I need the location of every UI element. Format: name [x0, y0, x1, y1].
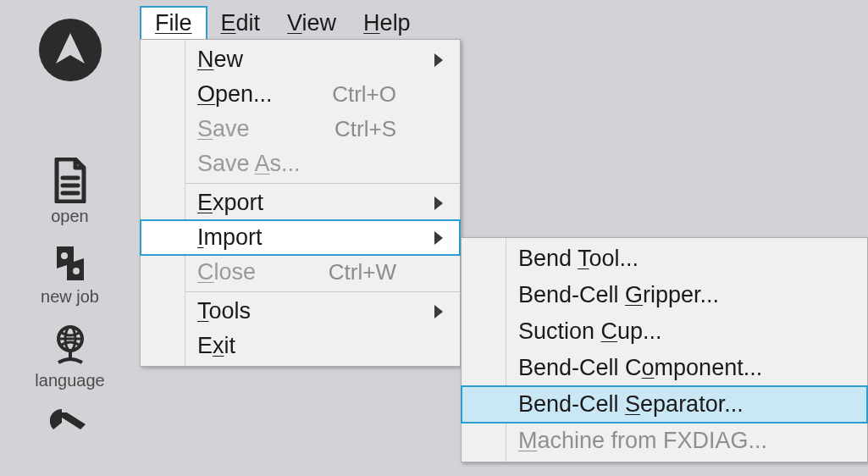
svg-marker-0	[56, 33, 85, 64]
mi-suction-cup[interactable]: Suction Cup...	[506, 313, 867, 350]
mi-import[interactable]: Import	[141, 220, 460, 255]
import-submenu: Bend Tool... Bend-Cell Gripper... Suctio…	[461, 237, 868, 462]
wrench-icon	[50, 409, 91, 431]
mi-save: SaveCtrl+S	[185, 112, 460, 147]
arrow-icon	[434, 196, 443, 210]
mi-close: CloseCtrl+W	[185, 255, 460, 290]
sidebar-label-newjob: new job	[41, 287, 99, 307]
svg-point-4	[61, 252, 68, 259]
mi-bend-tool[interactable]: Bend Tool...	[506, 241, 867, 277]
svg-point-5	[73, 268, 80, 274]
mi-export[interactable]: Export	[185, 185, 460, 220]
globe-icon	[48, 324, 92, 368]
mi-exit[interactable]: Exit	[185, 329, 460, 363]
mi-new[interactable]: New	[185, 42, 460, 77]
newjob-icon	[50, 243, 91, 284]
menu-help[interactable]: Help	[350, 8, 424, 39]
mi-open[interactable]: Open...Ctrl+O	[185, 77, 460, 112]
sidebar: open new job language	[0, 0, 140, 476]
mi-tools[interactable]: Tools	[185, 294, 460, 329]
menu-view[interactable]: View	[274, 8, 350, 39]
mi-bend-component[interactable]: Bend-Cell Component...	[506, 350, 867, 386]
sidebar-item-settings[interactable]	[50, 409, 91, 431]
shortcut: Ctrl+S	[334, 116, 396, 142]
arrow-icon	[434, 53, 443, 67]
mi-machine-fxdiag: Machine from FXDIAG...	[506, 423, 867, 459]
document-icon	[50, 158, 91, 203]
mi-bend-gripper[interactable]: Bend-Cell Gripper...	[506, 277, 867, 313]
shortcut: Ctrl+O	[332, 81, 396, 108]
sidebar-label-language: language	[35, 371, 104, 390]
file-dropdown: New Open...Ctrl+O SaveCtrl+S Save As... …	[140, 39, 461, 367]
mi-bend-separator[interactable]: Bend-Cell Separator...	[462, 386, 867, 423]
app-logo	[39, 19, 102, 81]
north-arrow-icon	[52, 31, 89, 69]
sidebar-label-open: open	[51, 207, 89, 226]
arrow-icon	[434, 305, 443, 318]
sidebar-item-open[interactable]: open	[50, 158, 91, 226]
shortcut: Ctrl+W	[329, 259, 396, 285]
separator	[185, 291, 460, 292]
menubar: File Edit View Help	[140, 7, 424, 39]
sidebar-item-language[interactable]: language	[35, 324, 104, 390]
arrow-icon	[434, 231, 443, 245]
menu-edit[interactable]: Edit	[207, 8, 274, 39]
separator	[185, 183, 460, 184]
menu-file[interactable]: File	[140, 6, 207, 41]
sidebar-item-newjob[interactable]: new job	[41, 243, 99, 307]
mi-saveas: Save As...	[185, 147, 460, 181]
